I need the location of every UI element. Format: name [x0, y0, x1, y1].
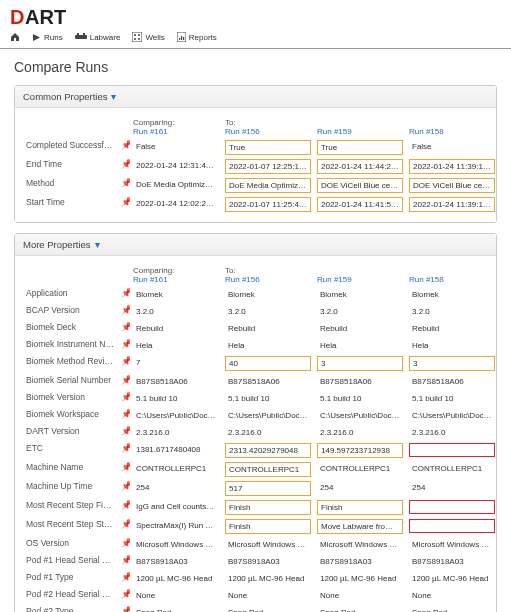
prop-value: C:\Users\Public\Documents\Bion — [133, 409, 219, 422]
run-link[interactable]: Run #156 — [225, 275, 311, 284]
svg-text:D: D — [10, 6, 24, 28]
prop-value: B87S8918A03 — [133, 555, 219, 568]
pin-icon[interactable]: 📌 — [121, 140, 130, 150]
prop-value: 2022-01-24 11:44:25.402 — [317, 159, 403, 174]
pin-icon[interactable]: 📌 — [121, 409, 130, 419]
prop-value: DOE ViCell Blue cell haverst — [409, 178, 495, 193]
pin-icon[interactable]: 📌 — [121, 356, 130, 366]
prop-label: Pod #2 Type — [23, 604, 118, 612]
wells-icon — [132, 32, 142, 42]
prop-value: 2313.42029279048 — [225, 443, 311, 458]
prop-value: 2022-01-07 11:25:45.288 — [225, 197, 311, 212]
nav-reports[interactable]: Reports — [177, 32, 217, 42]
prop-value: 2022-01-24 11:39:17.059 — [409, 197, 495, 212]
run-link[interactable]: Run #159 — [317, 275, 403, 284]
run-link[interactable]: Run #161 — [133, 275, 219, 284]
prop-value: 2022-01-24 12:31:45.805 — [133, 159, 219, 172]
svg-point-6 — [134, 34, 136, 36]
nav-reports-label: Reports — [189, 33, 217, 42]
prop-label: Pod #2 Head Serial Number — [23, 587, 118, 604]
pin-icon[interactable]: 📌 — [121, 538, 130, 548]
pin-icon[interactable]: 📌 — [121, 426, 130, 436]
run-link[interactable]: Run #158 — [409, 275, 495, 284]
prop-value: Rebuild — [225, 322, 311, 335]
pin-icon[interactable]: 📌 — [121, 462, 130, 472]
page-title: Compare Runs — [14, 59, 497, 75]
prop-value: 2022-01-24 12:02:22.639 — [133, 197, 219, 210]
pin-icon[interactable]: 📌 — [121, 339, 130, 349]
hdr-to: To: — [225, 118, 311, 127]
pin-icon[interactable]: 📌 — [121, 443, 130, 453]
run-link[interactable]: Run #159 — [317, 127, 403, 136]
prop-value: Microsoft Windows NT 6.2.9200 — [409, 538, 495, 551]
prop-value: DoE Media Optimization — [225, 178, 311, 193]
pin-icon[interactable]: 📌 — [121, 159, 130, 169]
pin-icon[interactable]: 📌 — [121, 555, 130, 565]
hdr-comparing: Comparing: — [133, 266, 219, 275]
prop-value: 2022-01-07 12:25:19.803 — [225, 159, 311, 174]
prop-label: Pod #1 Head Serial Number — [23, 553, 118, 570]
prop-label: Most Recent Step Started — [23, 517, 118, 536]
prop-value: DoE Media OptimizationValita — [133, 178, 219, 191]
prop-label: Most Recent Step Finished — [23, 498, 118, 517]
run-link[interactable]: Run #161 — [133, 127, 219, 136]
prop-value: Span Pod — [317, 606, 403, 612]
labware-icon — [75, 33, 87, 41]
pin-icon[interactable]: 📌 — [121, 178, 130, 188]
nav-labware[interactable]: Labware — [75, 33, 121, 42]
pin-icon[interactable]: 📌 — [121, 589, 130, 599]
prop-value: 3.2.0 — [317, 305, 403, 318]
pin-icon[interactable]: 📌 — [121, 392, 130, 402]
pin-icon[interactable]: 📌 — [121, 500, 130, 510]
nav-wells[interactable]: Wells — [132, 32, 164, 42]
prop-value: 5.1 build 10 — [225, 392, 311, 405]
pin-icon[interactable]: 📌 — [121, 519, 130, 529]
prop-value: Microsoft Windows NT 6.2.9200 — [225, 538, 311, 551]
pin-icon[interactable]: 📌 — [121, 197, 130, 207]
prop-value: Rebuild — [409, 322, 495, 335]
prop-label: OS Version — [23, 536, 118, 553]
prop-value: Span Pod — [409, 606, 495, 612]
svg-rect-12 — [181, 36, 182, 40]
prop-label: Biomek Serial Number — [23, 373, 118, 390]
section-common-header[interactable]: Common Properties ▾ — [15, 86, 496, 108]
prop-label: Biomek Version — [23, 390, 118, 407]
pin-icon[interactable]: 📌 — [121, 322, 130, 332]
prop-value: 7 — [133, 356, 219, 369]
svg-rect-11 — [179, 38, 180, 40]
run-link[interactable]: Run #158 — [409, 127, 495, 136]
prop-value: 5.1 build 10 — [317, 392, 403, 405]
prop-value: 5.1 build 10 — [133, 392, 219, 405]
prop-value: CONTROLLERPC1 — [133, 462, 219, 475]
prop-value: IgG and Cell counts at 0hrs — [133, 500, 219, 513]
prop-value: 3 — [409, 356, 495, 371]
section-common: Common Properties ▾ Comparing:Run #161To… — [14, 85, 497, 223]
prop-value — [409, 443, 495, 457]
section-common-title: Common Properties — [23, 91, 107, 102]
pin-icon[interactable]: 📌 — [121, 305, 130, 315]
svg-rect-2 — [75, 35, 87, 39]
nav-runs[interactable]: Runs — [32, 33, 63, 42]
pin-icon[interactable]: 📌 — [121, 606, 130, 612]
prop-value: 254 — [317, 481, 403, 494]
prop-value: Hela — [225, 339, 311, 352]
prop-value: 254 — [409, 481, 495, 494]
svg-point-7 — [138, 34, 140, 36]
section-more-header[interactable]: More Properties ▾ — [15, 234, 496, 256]
prop-value: Biomek — [225, 288, 311, 301]
svg-rect-13 — [183, 37, 184, 40]
prop-value: 254 — [133, 481, 219, 494]
section-more: More Properties ▾ Comparing:Run #161To:R… — [14, 233, 497, 612]
nav-home[interactable] — [10, 32, 20, 42]
pin-icon[interactable]: 📌 — [121, 375, 130, 385]
pin-icon[interactable]: 📌 — [121, 481, 130, 491]
prop-value: B87S8918A03 — [317, 555, 403, 568]
pin-icon[interactable]: 📌 — [121, 288, 130, 298]
pin-icon[interactable]: 📌 — [121, 572, 130, 582]
prop-label: Machine Up Time — [23, 479, 118, 498]
run-link[interactable]: Run #156 — [225, 127, 311, 136]
prop-value: C:\Users\Public\Documents\Bion — [225, 409, 311, 422]
prop-value: B87S8518A06 — [317, 375, 403, 388]
prop-value: Finish — [225, 500, 311, 515]
svg-rect-5 — [132, 32, 142, 42]
